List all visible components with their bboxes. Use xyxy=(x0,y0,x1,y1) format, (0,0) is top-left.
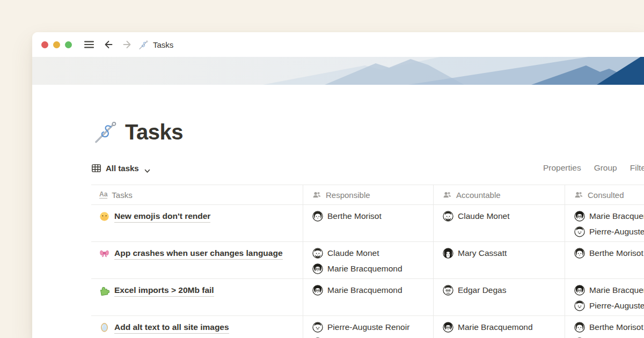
person-entry: Marie Bracquemond xyxy=(574,285,644,296)
person-entry: Marie Bracquemond xyxy=(574,211,644,222)
table-view-icon xyxy=(91,163,101,173)
column-header-responsible[interactable]: Responsible xyxy=(303,185,434,204)
task-title-cell[interactable]: App crashes when user changes language xyxy=(91,242,303,278)
forward-arrow-icon xyxy=(122,39,133,50)
accountable-cell[interactable]: Marie Bracquemond xyxy=(434,316,565,338)
properties-button[interactable]: Properties xyxy=(543,163,581,173)
window-titlebar: Tasks xyxy=(32,32,644,57)
consulted-cell[interactable]: Berthe Morisot xyxy=(565,242,644,278)
view-toolbar: All tasks Properties Group Filter xyxy=(91,160,644,176)
accountable-cell[interactable]: Edgar Degas xyxy=(434,279,565,315)
person-name: Pierre-Auguste Renoir xyxy=(327,322,409,332)
avatar-man-short xyxy=(312,322,323,333)
zoom-window-button[interactable] xyxy=(65,41,72,48)
task-title-link[interactable]: New emojis don't render xyxy=(114,211,210,223)
person-name: Pierre-Auguste Renoir xyxy=(589,227,644,237)
people-icon xyxy=(574,190,583,200)
close-window-button[interactable] xyxy=(41,41,48,48)
task-title-cell[interactable]: New emojis don't render xyxy=(91,205,303,241)
person-name: Pierre-Auguste Renoir xyxy=(589,301,644,311)
avatar-man-beard xyxy=(312,248,323,259)
task-title-link[interactable]: Excel imports > 20Mb fail xyxy=(114,285,214,297)
task-title-link[interactable]: App crashes when user changes language xyxy=(114,248,283,260)
task-title-cell[interactable]: Add alt text to all site images xyxy=(91,316,303,338)
person-entry: Edgar Degas xyxy=(443,285,559,296)
person-entry: Marie Bracquemond xyxy=(312,285,428,296)
page-cover xyxy=(32,57,644,85)
responsible-cell[interactable]: Marie Bracquemond xyxy=(303,279,434,315)
table-row: Excel imports > 20Mb failMarie Bracquemo… xyxy=(91,279,644,316)
avatar-man-beard xyxy=(443,211,453,222)
table-row: App crashes when user changes languageCl… xyxy=(91,242,644,279)
avatar-woman-updo xyxy=(312,263,323,274)
person-name: Mary Cassatt xyxy=(458,248,507,258)
person-name: Berthe Morisot xyxy=(589,248,643,258)
needle-icon[interactable] xyxy=(93,120,118,144)
view-actions: Properties Group Filter xyxy=(543,160,644,176)
person-name: Marie Bracquemond xyxy=(327,264,402,274)
minimize-window-button[interactable] xyxy=(53,41,60,48)
breadcrumb[interactable]: Tasks xyxy=(138,40,173,50)
responsible-cell[interactable]: Pierre-Auguste Renoir xyxy=(303,316,434,338)
pink-bow-emoji xyxy=(99,248,109,259)
accountable-cell[interactable]: Mary Cassatt xyxy=(434,242,565,278)
needle-icon xyxy=(138,40,149,50)
avatar-woman-longhair xyxy=(443,248,453,259)
person-name: Marie Bracquemond xyxy=(589,211,644,221)
back-button[interactable] xyxy=(103,39,114,50)
page-title[interactable]: Tasks xyxy=(125,118,183,146)
table-row: New emojis don't renderBerthe MorisotCla… xyxy=(91,205,644,242)
consulted-cell[interactable]: Marie BracquemondPierre-Auguste Renoir xyxy=(565,205,644,241)
puzzle-piece-emoji xyxy=(99,285,109,296)
person-entry: Berthe Morisot xyxy=(312,211,428,222)
avatar-man-glasses xyxy=(443,285,453,296)
person-entry: Pierre-Auguste Renoir xyxy=(312,322,428,333)
forward-button[interactable] xyxy=(122,39,133,50)
person-entry: Pierre-Auguste Renoir xyxy=(574,300,644,311)
column-label: Consulted xyxy=(588,190,624,200)
person-entry: Pierre-Auguste Renoir xyxy=(574,226,644,237)
person-entry: Berthe Morisot xyxy=(574,322,644,333)
avatar-man-short xyxy=(574,300,585,311)
tasks-table: Aa Tasks Responsible Accountable Consult… xyxy=(91,185,644,338)
hamburger-icon xyxy=(84,39,94,50)
people-icon xyxy=(312,190,321,200)
page-content: Tasks All tasks Propertie xyxy=(32,118,644,338)
avatar-woman-updo xyxy=(312,285,323,296)
column-header-consulted[interactable]: Consulted xyxy=(565,185,644,204)
person-name: Marie Bracquemond xyxy=(327,285,402,295)
avatar-woman-updo xyxy=(574,211,585,222)
column-label: Responsible xyxy=(326,190,370,200)
responsible-cell[interactable]: Claude MonetMarie Bracquemond xyxy=(303,242,434,278)
avatar-woman-updo xyxy=(574,285,585,296)
sidebar-menu-button[interactable] xyxy=(84,39,94,50)
column-label: Accountable xyxy=(456,190,501,200)
column-header-accountable[interactable]: Accountable xyxy=(434,185,565,204)
title-property-icon: Aa xyxy=(99,191,107,199)
face-without-mouth-emoji xyxy=(99,211,109,222)
avatar-woman-bob xyxy=(312,211,323,222)
people-icon xyxy=(443,190,452,200)
filter-button[interactable]: Filter xyxy=(630,163,644,173)
mountains-cover-image xyxy=(32,57,644,85)
app-window: Tasks Tasks xyxy=(32,32,644,338)
person-entry: Berthe Morisot xyxy=(574,248,644,259)
person-name: Marie Bracquemond xyxy=(458,322,533,332)
person-name: Claude Monet xyxy=(327,248,379,258)
mirror-emoji xyxy=(99,322,109,333)
responsible-cell[interactable]: Berthe Morisot xyxy=(303,205,434,241)
person-name: Marie Bracquemond xyxy=(589,285,644,295)
traffic-lights xyxy=(41,41,72,48)
task-title-cell[interactable]: Excel imports > 20Mb fail xyxy=(91,279,303,315)
group-button[interactable]: Group xyxy=(594,163,617,173)
avatar-woman-bob xyxy=(574,322,585,333)
person-entry: Marie Bracquemond xyxy=(312,263,428,274)
avatar-woman-updo xyxy=(443,322,453,333)
task-title-link[interactable]: Add alt text to all site images xyxy=(114,322,229,334)
view-selector[interactable]: All tasks xyxy=(91,163,150,173)
consulted-cell[interactable]: Marie BracquemondPierre-Auguste Renoir xyxy=(565,279,644,315)
column-header-tasks[interactable]: Aa Tasks xyxy=(91,185,303,204)
accountable-cell[interactable]: Claude Monet xyxy=(434,205,565,241)
consulted-cell[interactable]: Berthe Morisot xyxy=(565,316,644,338)
avatar-man-short xyxy=(574,226,585,237)
